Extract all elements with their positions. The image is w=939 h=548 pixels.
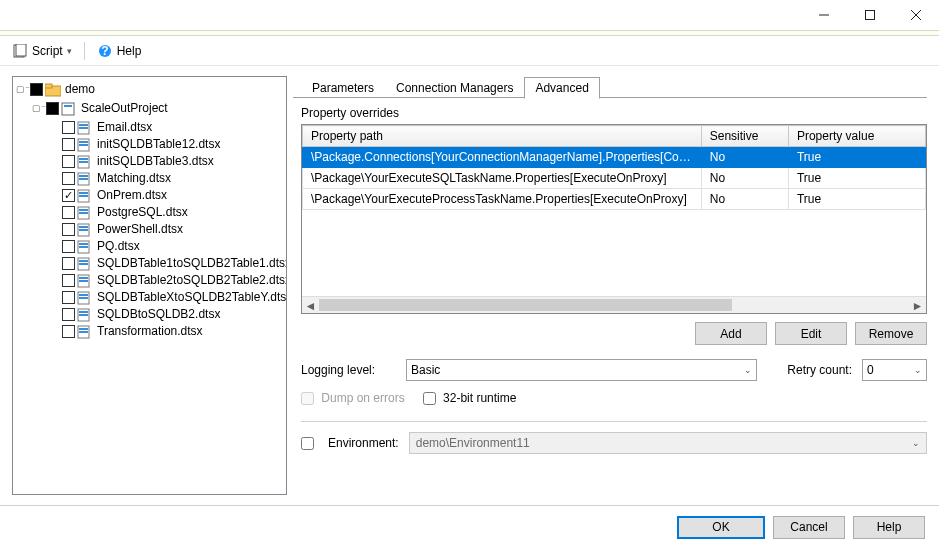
script-label: Script xyxy=(32,44,63,58)
tab-advanced[interactable]: Advanced xyxy=(524,77,599,99)
tree-item[interactable]: SQLDBTable1toSQLDB2Table1.dtsx xyxy=(49,255,284,272)
close-button[interactable] xyxy=(893,0,939,30)
project-icon xyxy=(61,101,77,117)
tree-root[interactable]: ▢⁻ demo ▢⁻ xyxy=(17,81,284,340)
col-property-path[interactable]: Property path xyxy=(303,126,702,147)
tree-item-label: SQLDBtoSQLDB2.dtsx xyxy=(95,306,222,323)
retry-count-combo[interactable]: 0 ⌄ xyxy=(862,359,927,381)
logging-level-combo[interactable]: Basic ⌄ xyxy=(406,359,757,381)
tree-item-checkbox[interactable] xyxy=(62,121,75,134)
cell-path: \Package\YourExecuteSQLTaskName.Properti… xyxy=(303,168,702,189)
svg-rect-19 xyxy=(79,158,88,160)
cell-path: \Package\YourExecuteProcessTaskName.Prop… xyxy=(303,189,702,210)
tree-item[interactable]: SQLDBtoSQLDB2.dtsx xyxy=(49,306,284,323)
tree-item[interactable]: PowerShell.dtsx xyxy=(49,221,284,238)
tree-item[interactable]: Transformation.dtsx xyxy=(49,323,284,340)
tree-item-label: Transformation.dtsx xyxy=(95,323,205,340)
environment-combo: demo\Environment11 ⌄ xyxy=(409,432,927,454)
cell-sensitive: No xyxy=(701,189,788,210)
tree-item-checkbox[interactable] xyxy=(62,138,75,151)
tree-item-checkbox[interactable] xyxy=(62,291,75,304)
table-row[interactable]: \Package\YourExecuteSQLTaskName.Properti… xyxy=(303,168,926,189)
tree-item[interactable]: PQ.dtsx xyxy=(49,238,284,255)
tree-item-checkbox[interactable] xyxy=(62,257,75,270)
tree-item-checkbox[interactable] xyxy=(62,172,75,185)
svg-rect-43 xyxy=(79,294,88,296)
tree-item[interactable]: SQLDBTable2toSQLDB2Table2.dtsx xyxy=(49,272,284,289)
tree-item-checkbox[interactable] xyxy=(62,308,75,321)
minimize-button[interactable] xyxy=(801,0,847,30)
remove-button[interactable]: Remove xyxy=(855,322,927,345)
svg-rect-34 xyxy=(79,243,88,245)
tree-root-checkbox[interactable] xyxy=(30,83,43,96)
tree-item[interactable]: PostgreSQL.dtsx xyxy=(49,204,284,221)
script-button[interactable]: Script ▾ xyxy=(8,41,76,61)
maximize-icon xyxy=(865,10,875,20)
script-icon xyxy=(12,43,28,59)
ok-button[interactable]: OK xyxy=(677,516,765,539)
environment-row: Environment: demo\Environment11 ⌄ xyxy=(301,421,927,454)
table-row[interactable]: \Package\YourExecuteProcessTaskName.Prop… xyxy=(303,189,926,210)
col-property-value[interactable]: Property value xyxy=(788,126,925,147)
tab-connection-managers[interactable]: Connection Managers xyxy=(385,77,524,98)
dump-on-errors-option: Dump on errors xyxy=(301,391,405,405)
chevron-down-icon: ⌄ xyxy=(744,365,752,375)
tree-item-checkbox[interactable] xyxy=(62,274,75,287)
chevron-down-icon: ▾ xyxy=(67,46,72,56)
package-tree[interactable]: ▢⁻ demo ▢⁻ xyxy=(12,76,287,495)
tab-parameters[interactable]: Parameters xyxy=(301,77,385,98)
package-icon xyxy=(77,171,93,187)
svg-rect-31 xyxy=(79,226,88,228)
tree-item-checkbox[interactable] xyxy=(62,155,75,168)
scroll-left-icon[interactable]: ◄ xyxy=(302,297,319,314)
cancel-button[interactable]: Cancel xyxy=(773,516,845,539)
tree-item[interactable]: OnPrem.dtsx xyxy=(49,187,284,204)
logging-row: Logging level: Basic ⌄ Retry count: 0 ⌄ xyxy=(301,359,927,381)
environment-label: Environment: xyxy=(328,436,399,450)
package-icon xyxy=(77,324,93,340)
tree-item[interactable]: initSQLDBTable3.dtsx xyxy=(49,153,284,170)
col-sensitive[interactable]: Sensitive xyxy=(701,126,788,147)
maximize-button[interactable] xyxy=(847,0,893,30)
svg-rect-32 xyxy=(79,229,88,231)
add-button[interactable]: Add xyxy=(695,322,767,345)
collapse-icon[interactable]: ▢⁻ xyxy=(33,103,44,114)
chevron-down-icon: ⌄ xyxy=(912,438,920,448)
cell-value: True xyxy=(788,147,925,168)
tree-item-checkbox[interactable] xyxy=(62,223,75,236)
tree-item-checkbox[interactable] xyxy=(62,240,75,253)
tree-item-label: Matching.dtsx xyxy=(95,170,173,187)
overrides-grid[interactable]: Property path Sensitive Property value \… xyxy=(301,124,927,314)
scroll-thumb[interactable] xyxy=(319,299,732,311)
grid-horizontal-scrollbar[interactable]: ◄ ► xyxy=(302,296,926,313)
tree-item-checkbox[interactable] xyxy=(62,189,75,202)
svg-rect-13 xyxy=(79,124,88,126)
32bit-runtime-checkbox[interactable] xyxy=(423,392,436,405)
tree-item[interactable]: Email.dtsx xyxy=(49,119,284,136)
environment-checkbox[interactable] xyxy=(301,437,314,450)
footer: OK Cancel Help xyxy=(0,506,939,548)
footer-help-button[interactable]: Help xyxy=(853,516,925,539)
svg-rect-23 xyxy=(79,178,88,180)
tree-item-checkbox[interactable] xyxy=(62,325,75,338)
edit-button[interactable]: Edit xyxy=(775,322,847,345)
svg-rect-44 xyxy=(79,297,88,299)
tree-project-checkbox[interactable] xyxy=(46,102,59,115)
table-row[interactable]: \Package.Connections[YourConnectionManag… xyxy=(303,147,926,168)
scroll-right-icon[interactable]: ► xyxy=(909,297,926,314)
svg-rect-28 xyxy=(79,209,88,211)
help-button[interactable]: ? Help xyxy=(93,41,146,61)
collapse-icon[interactable]: ▢⁻ xyxy=(17,84,28,95)
tree-root-label: demo xyxy=(63,81,97,98)
svg-rect-50 xyxy=(79,331,88,333)
package-icon xyxy=(77,137,93,153)
tree-item[interactable]: SQLDBTableXtoSQLDB2TableY.dtsx xyxy=(49,289,284,306)
tree-project[interactable]: ▢⁻ ScaleOutProject Email.dtsxinitSQLDBTa… xyxy=(33,100,284,340)
grid-header-row: Property path Sensitive Property value xyxy=(303,126,926,147)
tree-item[interactable]: Matching.dtsx xyxy=(49,170,284,187)
dump-on-errors-checkbox xyxy=(301,392,314,405)
tree-item-checkbox[interactable] xyxy=(62,206,75,219)
dump-on-errors-label: Dump on errors xyxy=(321,391,404,405)
32bit-runtime-option[interactable]: 32-bit runtime xyxy=(423,391,517,405)
tree-item[interactable]: initSQLDBTable12.dtsx xyxy=(49,136,284,153)
